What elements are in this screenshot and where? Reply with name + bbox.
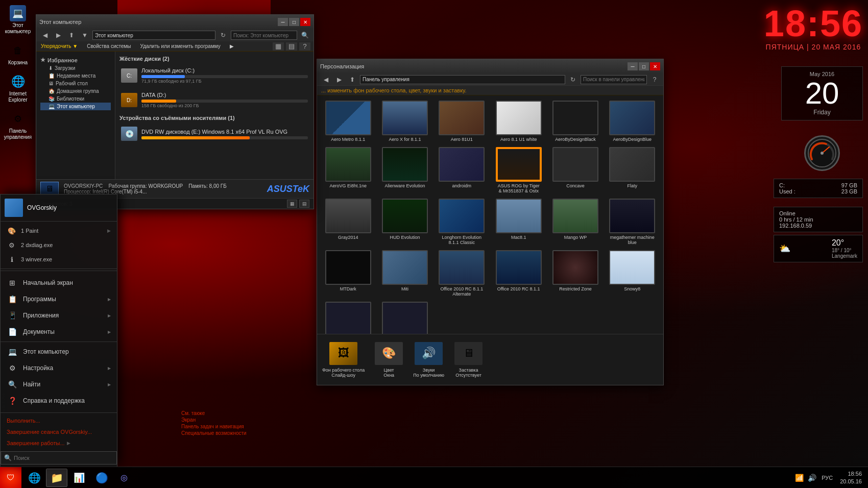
theme-item-17[interactable]: megathemer machine blue: [607, 199, 658, 245]
fe-refresh-btn[interactable]: ↻: [218, 31, 229, 40]
sm-search-input[interactable]: [14, 455, 113, 461]
tray-clock[interactable]: 18:56 20.05.16: [837, 470, 865, 485]
fe-back-btn[interactable]: ◀: [39, 31, 51, 40]
cp-back-btn[interactable]: ◀: [320, 75, 331, 84]
fe-maximize-btn[interactable]: □: [289, 18, 299, 26]
theme-item-8[interactable]: androidm: [436, 147, 488, 193]
tray-network-icon[interactable]: 📶: [794, 473, 805, 483]
ctx-screen-link[interactable]: Экран: [181, 417, 247, 423]
theme-item-19[interactable]: Miti: [379, 250, 430, 297]
ctx-accessibility-link[interactable]: Специальные возможности: [181, 430, 247, 436]
taskbar-item-misc[interactable]: 🔵: [91, 469, 112, 487]
theme-item-0[interactable]: Aero Metro 8.1.1: [322, 101, 374, 142]
theme-item-25[interactable]: Steam VS Simple: [379, 302, 430, 334]
theme-item-23[interactable]: Snowy8: [607, 250, 658, 297]
sm-item-help[interactable]: ❓ Справка и поддержка: [1, 393, 117, 409]
theme-item-2[interactable]: Aero 81U1: [436, 101, 488, 142]
cp-search-input[interactable]: [581, 75, 647, 84]
fe-status-view2-btn[interactable]: ▤: [299, 200, 309, 208]
sm-item-computer[interactable]: 💻 Этот компьютер: [1, 344, 117, 360]
sm-recent-winver[interactable]: ℹ 3 winver.exe: [1, 252, 117, 266]
sm-item-find[interactable]: 🔍 Найти: [1, 376, 117, 393]
desktop-icon-recycle[interactable]: 🗑 Корзина: [3, 42, 33, 66]
fe-address-bar[interactable]: [92, 31, 215, 40]
sm-item-documents[interactable]: 📄 Документы: [1, 324, 117, 340]
fe-drive-c[interactable]: C: Локальный диск (C:) 71,9 ГБ свободно …: [119, 66, 309, 85]
tray-volume-icon[interactable]: 🔊: [807, 473, 817, 483]
sm-signout-item[interactable]: Завершение сеанса OVGorskiy...: [7, 429, 111, 435]
fe-minimize-btn[interactable]: ─: [278, 18, 288, 26]
theme-item-6[interactable]: AeroVG Ei8ht.1ne: [322, 147, 374, 193]
theme-item-24[interactable]: Steam VS Center: [322, 302, 374, 334]
fe-sidebar-homegroup[interactable]: 🏠 Домашняя группа: [40, 87, 111, 95]
sm-run-item[interactable]: Выполнить...: [7, 418, 111, 424]
fe-sidebar-downloads[interactable]: ⬇ Загрузки: [40, 64, 111, 72]
theme-item-16[interactable]: Mango WP: [549, 199, 601, 245]
cp-screensaver-btn[interactable]: 🖥 ЗаставкаОтсутствует: [454, 342, 483, 378]
desktop-icon-ie[interactable]: 🌐 Internet Explorer: [3, 74, 33, 103]
sm-recent-paint[interactable]: 🎨 1 Paint ▶: [1, 224, 117, 238]
taskbar-item-explorer[interactable]: 📁: [46, 469, 67, 487]
theme-item-15[interactable]: Mac8.1: [493, 199, 544, 245]
taskbar-start-btn[interactable]: 🛡: [0, 467, 21, 489]
theme-item-1[interactable]: Aero X for 8.1.1: [379, 101, 430, 142]
sm-item-start-screen[interactable]: ⊞ Начальный экран: [1, 275, 117, 291]
theme-item-10[interactable]: Concave: [549, 147, 601, 193]
fe-menu-arrow[interactable]: ▶: [228, 43, 235, 50]
cp-close-btn[interactable]: ✕: [650, 62, 660, 70]
cp-color-btn[interactable]: 🎨 ЦветОкна: [375, 342, 403, 378]
theme-item-9[interactable]: ASUS ROG by Tiger & Mr351837 & Ostx: [493, 147, 544, 193]
sm-item-apps[interactable]: 📱 Приложения: [1, 307, 117, 324]
ctx-taskbar-link[interactable]: Панель задач и навигация: [181, 424, 247, 429]
theme-item-20[interactable]: Office 2010 RC 8.1.1 Alternate: [436, 250, 488, 297]
fe-up-btn[interactable]: ⬆: [66, 31, 77, 40]
fe-sidebar-libraries[interactable]: 📚 Библиотеки: [40, 95, 111, 103]
theme-item-3[interactable]: Aero 8.1 U1 white: [493, 101, 544, 142]
taskbar-item-apps[interactable]: 📊: [68, 469, 90, 487]
fe-sidebar-recent[interactable]: 📋 Недавние места: [40, 72, 111, 80]
theme-item-4[interactable]: AeroByDesignBlack: [549, 101, 601, 142]
fe-sidebar-thispc[interactable]: 💻 Этот компьютер: [40, 103, 111, 110]
fe-forward-btn[interactable]: ▶: [53, 31, 64, 40]
fe-search-btn[interactable]: 🔍: [299, 31, 310, 40]
fe-view-list-btn[interactable]: ▤: [286, 42, 297, 51]
cp-minimize-btn[interactable]: ─: [628, 62, 638, 70]
theme-item-11[interactable]: Flaty: [607, 147, 658, 193]
theme-item-14[interactable]: Longhorn Evolution 8.1.1 Classic: [436, 199, 488, 245]
fe-menu-properties[interactable]: Свойства системы: [85, 43, 132, 50]
theme-item-13[interactable]: HUD Evolution: [379, 199, 430, 245]
cp-address-bar[interactable]: [360, 75, 565, 84]
theme-item-12[interactable]: Gray2014: [322, 199, 374, 245]
cp-sounds-btn[interactable]: 🔊 ЗвукиПо умолчанию: [413, 342, 444, 378]
sm-recent-dxdiag[interactable]: ⚙ 2 dxdiag.exe: [1, 238, 117, 252]
cp-forward-btn[interactable]: ▶: [333, 75, 345, 84]
fe-view-details-btn[interactable]: ▦: [273, 42, 284, 51]
cp-maximize-btn[interactable]: □: [639, 62, 649, 70]
sm-shutdown-item[interactable]: Завершение работы... ▶: [7, 440, 111, 446]
fe-drive-d[interactable]: D: DATA (D:) 158 ГБ свободно из 200 ГБ: [119, 90, 309, 110]
fe-menu-organize[interactable]: Упорядочить ▼: [39, 43, 79, 50]
theme-item-7[interactable]: Alienware Evolution: [379, 147, 430, 193]
fe-dvd-drive[interactable]: 💿 DVD RW дисковод (E:) Windows 8.1 x64 P…: [119, 125, 309, 142]
cp-wallpaper-btn[interactable]: 🖼 Фон рабочего столаСлайд-шоу: [322, 342, 365, 378]
cp-up-btn[interactable]: ⬆: [347, 75, 358, 84]
fe-recent-btn[interactable]: ▼: [79, 31, 90, 40]
fe-close-btn[interactable]: ✕: [300, 18, 310, 26]
sm-search-bar[interactable]: 🔍: [1, 451, 117, 465]
sm-item-programs[interactable]: 📋 Программы: [1, 291, 117, 307]
fe-menu-uninstall[interactable]: Удалить или изменить программу: [139, 43, 222, 50]
fe-sidebar-desktop[interactable]: 🖥 Рабочий стол: [40, 80, 111, 87]
tray-language[interactable]: РУС: [819, 474, 835, 482]
taskbar-item-extra[interactable]: ◎: [113, 469, 135, 487]
fe-search-input[interactable]: [231, 31, 297, 40]
fe-status-view1-btn[interactable]: ▦: [287, 200, 297, 208]
cp-help-btn[interactable]: ?: [649, 75, 660, 84]
theme-item-18[interactable]: MTDark: [322, 250, 374, 297]
taskbar-item-ie[interactable]: 🌐: [23, 469, 45, 487]
theme-item-21[interactable]: Office 2010 RC 8.1.1: [493, 250, 544, 297]
ctx-also-link[interactable]: См. также: [181, 410, 247, 416]
desktop-icon-computer[interactable]: 💻 Этот компьютер: [3, 5, 33, 35]
cp-refresh-btn[interactable]: ↻: [567, 75, 578, 84]
fe-help-btn[interactable]: ?: [299, 42, 310, 51]
sm-item-settings[interactable]: ⚙ Настройка: [1, 360, 117, 376]
